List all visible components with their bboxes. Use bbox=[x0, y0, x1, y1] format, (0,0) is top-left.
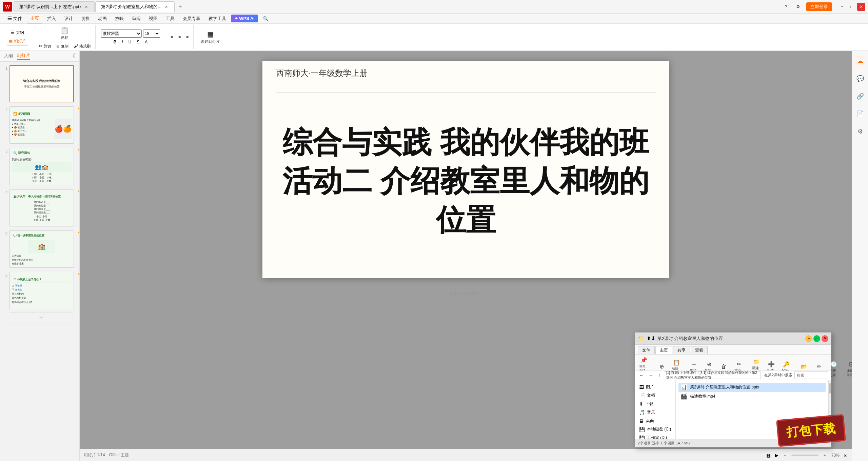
new-slide-label: 新建幻灯片 bbox=[201, 39, 220, 44]
cut-button[interactable]: ✂ 剪切 bbox=[37, 43, 53, 49]
search-icon[interactable]: 🔍 bbox=[259, 15, 272, 22]
menu-view[interactable]: 视图 bbox=[145, 14, 161, 23]
fe-sidebar-desktop[interactable]: 🖥 桌面 bbox=[636, 417, 674, 425]
slide-canvas[interactable]: 西南师大·一年级数学上册 综合与实践 我的伙伴我的班 活动二 介绍教室里人和物的… bbox=[262, 61, 669, 278]
menu-tools[interactable]: 工具 bbox=[162, 14, 178, 23]
menu-insert[interactable]: 插入 bbox=[44, 14, 59, 23]
fe-drive-d-label: 工作室 (D:) bbox=[647, 435, 667, 439]
download-banner[interactable]: 打包下载 bbox=[776, 414, 846, 447]
slide-count-status: 幻灯片 1/14 bbox=[84, 452, 105, 458]
menu-animation[interactable]: 动画 bbox=[95, 14, 110, 23]
outline-view-button[interactable]: ☰ 大纲 bbox=[9, 29, 26, 36]
fe-tab-view[interactable]: 查看 bbox=[691, 346, 708, 354]
slide-item-1[interactable]: 1 综合与实践 我的伙伴我的班 活动二 介绍教室里和物的位置 bbox=[1, 64, 78, 103]
underline-button[interactable]: U bbox=[126, 39, 134, 45]
slide-item-4[interactable]: 4 🚂 开火车：每人介绍你一组同学的位置 我的右边是___ 我的左边是___ 我… bbox=[1, 188, 78, 227]
right-btn-doc[interactable]: 📄 bbox=[854, 108, 866, 120]
right-btn-settings[interactable]: ⚙ bbox=[854, 125, 866, 138]
fe-tab-file[interactable]: 文件 bbox=[638, 346, 655, 354]
zoom-in-button[interactable]: ＋ bbox=[823, 452, 827, 458]
slideshow-view-button[interactable]: ▶ bbox=[775, 453, 778, 458]
fe-sidebar-downloads[interactable]: ⬇ 下载 bbox=[636, 400, 674, 408]
copy-button[interactable]: ⊕ 复制 bbox=[54, 43, 71, 49]
italic-button[interactable]: I bbox=[120, 39, 125, 45]
tab-2[interactable]: 第2课时 介绍教室里人和物的... ✕ bbox=[95, 1, 175, 12]
outline-icon: ☰ bbox=[11, 30, 15, 35]
menu-review[interactable]: 审阅 bbox=[129, 14, 144, 23]
help-icon[interactable]: ? bbox=[782, 3, 790, 11]
minimize-button[interactable]: － bbox=[838, 3, 846, 11]
menu-vip[interactable]: 会员专享 bbox=[179, 14, 204, 23]
settings-icon[interactable]: ⚙ bbox=[793, 3, 803, 11]
main-area: 大纲 幻灯片 《 1 综合与实践 我的伙伴我的班 活动二 介绍教室里和物的位置 … bbox=[0, 51, 868, 461]
slide-main-title[interactable]: 综合与实践 我的伙伴我的班 bbox=[282, 123, 649, 162]
menu-design[interactable]: 设计 bbox=[61, 14, 76, 23]
new-slide-button[interactable]: ▦ 新建幻灯片 bbox=[199, 29, 222, 45]
panel-collapse-button[interactable]: 《 bbox=[70, 53, 75, 60]
fe-up-button[interactable]: ↑ bbox=[657, 372, 662, 379]
fe-tab-share[interactable]: 共享 bbox=[673, 346, 690, 354]
fe-search-input[interactable] bbox=[794, 372, 828, 379]
login-button[interactable]: 立即登录 bbox=[806, 2, 832, 11]
fe-title-text: 第2课时 介绍教室里人和物的位置 bbox=[657, 336, 803, 342]
menu-home[interactable]: 主页 bbox=[27, 14, 42, 23]
fe-path-bar[interactable]: [1] 百1数上上课课件 › [3.1] 综合与实践 我的伙伴我的班 › 第2课… bbox=[664, 372, 761, 379]
align-center-button[interactable]: ≡ bbox=[176, 34, 183, 40]
menu-slideshow[interactable]: 放映 bbox=[112, 14, 127, 23]
panel-tab-outline[interactable]: 大纲 bbox=[4, 53, 13, 60]
tab-1[interactable]: 第1课时 认识前...上下 左右.pptx ✕ bbox=[14, 1, 95, 12]
normal-view-button[interactable]: ▦ bbox=[766, 453, 771, 458]
paste-button[interactable]: 📋 粘贴 bbox=[58, 25, 71, 42]
insert-group: ▦ 新建幻灯片 bbox=[196, 25, 224, 49]
zoom-slider[interactable] bbox=[791, 455, 818, 456]
zoom-out-button[interactable]: － bbox=[783, 452, 787, 458]
fe-file-mp4[interactable]: 🎬 描述教室.mp4 bbox=[678, 392, 826, 401]
slide-sub-title[interactable]: 活动二 介绍教室里人和物的位置 bbox=[276, 162, 656, 239]
slide-item-3[interactable]: 3 🔍 探究新知 我的伙伴在哪里? 👥🏫 小明小红小亮 小丽小明小敏 bbox=[1, 147, 78, 186]
shadow-button[interactable]: S bbox=[135, 39, 141, 45]
fe-close-button[interactable]: ✕ bbox=[822, 335, 828, 342]
fe-sidebar-drive-d[interactable]: 💾 工作室 (D:) bbox=[636, 434, 674, 439]
font-name-selector[interactable]: 微软雅黑 bbox=[101, 29, 142, 38]
menu-switch[interactable]: 切换 bbox=[78, 14, 93, 23]
font-size-selector[interactable]: 18 bbox=[143, 29, 160, 38]
fe-select-all-label: 全部选择 bbox=[847, 368, 852, 377]
right-btn-link[interactable]: 🔗 bbox=[854, 90, 866, 102]
slide-item-5[interactable]: 5 💬 说一说教室里品的位置 🏫 告诉这位 帮忙介绍品的位置吗 有生多花果 ★ bbox=[1, 230, 78, 268]
menu-teaching[interactable]: 教学工具 bbox=[205, 14, 230, 23]
fe-back-button[interactable]: ← bbox=[638, 372, 645, 379]
fit-window-button[interactable]: ⊡ bbox=[844, 453, 848, 458]
fe-sidebar-music[interactable]: 🎵 音乐 bbox=[636, 408, 674, 417]
slide-item-2[interactable]: 2 🔁 复习回顾 能描述介绍各个东西的位置 ● 苹果上面... ● 🍎 的旁边.… bbox=[1, 106, 78, 144]
align-left-button[interactable]: ≡ bbox=[169, 34, 175, 40]
wps-ai-button[interactable]: ✦ WPS AI bbox=[231, 15, 258, 22]
fe-sidebar-drive-c[interactable]: 💾 本地磁盘 (C:) bbox=[636, 425, 674, 434]
panel-tab-slides[interactable]: 幻灯片 bbox=[17, 53, 30, 60]
close-button[interactable]: ✕ bbox=[857, 3, 865, 11]
format-brush-button[interactable]: 🖌 格式刷 bbox=[72, 43, 93, 49]
slide-view-button[interactable]: ▦ 幻灯片 bbox=[7, 38, 28, 45]
fe-select-all-button[interactable]: ☑ 全部选择 bbox=[845, 360, 852, 378]
fe-tab-home[interactable]: 主页 bbox=[655, 346, 672, 354]
tab-2-close[interactable]: ✕ bbox=[163, 4, 169, 9]
maximize-button[interactable]: □ bbox=[848, 3, 856, 11]
fe-forward-button[interactable]: → bbox=[647, 372, 655, 379]
fe-sidebar-pictures[interactable]: 🖼 图片 bbox=[636, 383, 674, 391]
fe-sidebar-documents[interactable]: 📄 文档 bbox=[636, 391, 674, 400]
fe-maximize-button[interactable]: □ bbox=[813, 335, 820, 342]
menu-file[interactable]: ☰ 文件 bbox=[4, 14, 25, 23]
title-bar-right: ? ⚙ 立即登录 － □ ✕ bbox=[782, 2, 865, 11]
right-btn-comment[interactable]: 💬 bbox=[854, 73, 866, 85]
view-group: ☰ 大纲 ▦ 幻灯片 bbox=[4, 25, 31, 49]
tab-1-close[interactable]: ✕ bbox=[83, 4, 89, 9]
fe-file-pptx[interactable]: 📊 第2课时 介绍教室里人和物的位置.pptx bbox=[678, 383, 826, 392]
right-btn-cloud[interactable]: ☁ bbox=[854, 55, 866, 67]
bold-button[interactable]: B bbox=[112, 39, 119, 45]
add-note-text[interactable]: 单击此处添加备注 bbox=[450, 291, 482, 296]
fe-minimize-button[interactable]: － bbox=[805, 335, 812, 342]
tab-add-button[interactable]: + bbox=[175, 2, 185, 12]
font-color-button[interactable]: A bbox=[143, 39, 150, 45]
add-slide-button[interactable]: + bbox=[9, 313, 73, 323]
align-right-button[interactable]: ≡ bbox=[184, 34, 191, 40]
slide-item-6[interactable]: 6 📋 你黑板上放了什么？ 上 阅读书 下 在书头 旁在水柜的 ___ 黄色水柜… bbox=[1, 271, 78, 310]
